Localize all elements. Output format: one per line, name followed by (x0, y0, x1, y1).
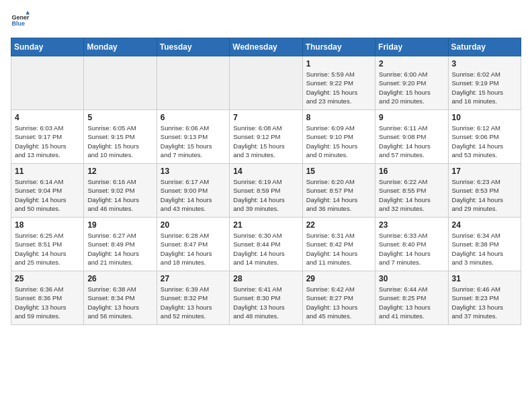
calendar-cell: 30Sunrise: 6:44 AM Sunset: 8:25 PM Dayli… (375, 271, 448, 325)
day-number: 5 (87, 113, 152, 122)
svg-marker-2 (26, 11, 30, 15)
day-info: Sunrise: 6:38 AM Sunset: 8:34 PM Dayligh… (87, 285, 152, 320)
calendar-cell: 27Sunrise: 6:39 AM Sunset: 8:32 PM Dayli… (157, 271, 229, 325)
calendar-cell: 31Sunrise: 6:46 AM Sunset: 8:23 PM Dayli… (448, 271, 521, 325)
day-number: 11 (15, 167, 80, 176)
day-number: 19 (87, 220, 152, 230)
calendar-cell: 4Sunrise: 6:03 AM Sunset: 9:17 PM Daylig… (11, 110, 84, 164)
day-number: 16 (379, 167, 444, 176)
calendar-cell: 17Sunrise: 6:23 AM Sunset: 8:53 PM Dayli… (448, 164, 521, 218)
day-info: Sunrise: 6:14 AM Sunset: 9:04 PM Dayligh… (15, 177, 80, 213)
day-number: 14 (233, 167, 298, 176)
calendar-cell: 28Sunrise: 6:41 AM Sunset: 8:30 PM Dayli… (230, 271, 302, 325)
day-info: Sunrise: 6:12 AM Sunset: 9:06 PM Dayligh… (452, 124, 517, 159)
week-row-5: 25Sunrise: 6:36 AM Sunset: 8:36 PM Dayli… (11, 271, 521, 325)
day-info: Sunrise: 6:17 AM Sunset: 9:00 PM Dayligh… (161, 177, 226, 213)
day-info: Sunrise: 6:39 AM Sunset: 8:32 PM Dayligh… (161, 285, 226, 320)
calendar-cell: 23Sunrise: 6:33 AM Sunset: 8:40 PM Dayli… (375, 218, 448, 271)
weekday-header-wednesday: Wednesday (230, 38, 302, 56)
calendar-cell: 22Sunrise: 6:31 AM Sunset: 8:42 PM Dayli… (302, 218, 375, 271)
day-number: 21 (233, 220, 298, 230)
week-row-3: 11Sunrise: 6:14 AM Sunset: 9:04 PM Dayli… (11, 164, 521, 218)
calendar-cell: 13Sunrise: 6:17 AM Sunset: 9:00 PM Dayli… (157, 164, 229, 218)
day-number: 18 (15, 220, 80, 230)
day-info: Sunrise: 6:46 AM Sunset: 8:23 PM Dayligh… (452, 285, 517, 320)
day-number: 25 (15, 274, 80, 283)
calendar-header: SundayMondayTuesdayWednesdayThursdayFrid… (11, 38, 521, 56)
weekday-header-sunday: Sunday (11, 38, 84, 56)
calendar-cell: 11Sunrise: 6:14 AM Sunset: 9:04 PM Dayli… (11, 164, 84, 218)
calendar-cell: 26Sunrise: 6:38 AM Sunset: 8:34 PM Dayli… (84, 271, 157, 325)
svg-text:General: General (11, 14, 30, 21)
calendar-cell: 1Sunrise: 5:59 AM Sunset: 9:22 PM Daylig… (302, 56, 375, 110)
calendar-cell: 3Sunrise: 6:02 AM Sunset: 9:19 PM Daylig… (448, 56, 521, 110)
calendar-cell: 18Sunrise: 6:25 AM Sunset: 8:51 PM Dayli… (11, 218, 84, 271)
calendar-cell: 25Sunrise: 6:36 AM Sunset: 8:36 PM Dayli… (11, 271, 84, 325)
page-header: General Blue (11, 11, 521, 30)
weekday-header-monday: Monday (84, 38, 157, 56)
day-info: Sunrise: 6:00 AM Sunset: 9:20 PM Dayligh… (379, 70, 444, 105)
day-number: 7 (233, 113, 298, 122)
day-info: Sunrise: 6:36 AM Sunset: 8:36 PM Dayligh… (15, 285, 80, 320)
week-row-2: 4Sunrise: 6:03 AM Sunset: 9:17 PM Daylig… (11, 110, 521, 164)
calendar-cell: 15Sunrise: 6:20 AM Sunset: 8:57 PM Dayli… (302, 164, 375, 218)
calendar-cell: 16Sunrise: 6:22 AM Sunset: 8:55 PM Dayli… (375, 164, 448, 218)
calendar-cell: 19Sunrise: 6:27 AM Sunset: 8:49 PM Dayli… (84, 218, 157, 271)
calendar-body: 1Sunrise: 5:59 AM Sunset: 9:22 PM Daylig… (11, 56, 521, 325)
calendar-cell: 29Sunrise: 6:42 AM Sunset: 8:27 PM Dayli… (302, 271, 375, 325)
day-info: Sunrise: 6:42 AM Sunset: 8:27 PM Dayligh… (306, 285, 371, 320)
weekday-header-friday: Friday (375, 38, 448, 56)
day-number: 9 (379, 113, 444, 122)
day-number: 1 (306, 59, 371, 68)
day-number: 23 (379, 220, 444, 230)
day-number: 26 (87, 274, 152, 283)
day-info: Sunrise: 6:25 AM Sunset: 8:51 PM Dayligh… (15, 231, 80, 267)
day-number: 8 (306, 113, 371, 122)
weekday-header-row: SundayMondayTuesdayWednesdayThursdayFrid… (11, 38, 521, 56)
calendar-cell (157, 56, 229, 110)
calendar-cell: 5Sunrise: 6:05 AM Sunset: 9:15 PM Daylig… (84, 110, 157, 164)
day-info: Sunrise: 6:41 AM Sunset: 8:30 PM Dayligh… (233, 285, 298, 320)
day-info: Sunrise: 6:19 AM Sunset: 8:59 PM Dayligh… (233, 177, 298, 213)
day-number: 29 (306, 274, 371, 283)
day-number: 20 (161, 220, 226, 230)
logo-icon: General Blue (11, 11, 30, 30)
day-info: Sunrise: 6:06 AM Sunset: 9:13 PM Dayligh… (161, 124, 226, 159)
calendar-cell (11, 56, 84, 110)
calendar-cell: 7Sunrise: 6:08 AM Sunset: 9:12 PM Daylig… (230, 110, 302, 164)
day-number: 31 (452, 274, 517, 283)
day-info: Sunrise: 6:34 AM Sunset: 8:38 PM Dayligh… (452, 231, 517, 267)
day-info: Sunrise: 6:11 AM Sunset: 9:08 PM Dayligh… (379, 124, 444, 159)
day-number: 6 (161, 113, 226, 122)
calendar-cell: 21Sunrise: 6:30 AM Sunset: 8:44 PM Dayli… (230, 218, 302, 271)
day-number: 27 (161, 274, 226, 283)
day-number: 10 (452, 113, 517, 122)
calendar-cell: 6Sunrise: 6:06 AM Sunset: 9:13 PM Daylig… (157, 110, 229, 164)
weekday-header-saturday: Saturday (448, 38, 521, 56)
week-row-1: 1Sunrise: 5:59 AM Sunset: 9:22 PM Daylig… (11, 56, 521, 110)
calendar-cell: 8Sunrise: 6:09 AM Sunset: 9:10 PM Daylig… (302, 110, 375, 164)
day-info: Sunrise: 6:31 AM Sunset: 8:42 PM Dayligh… (306, 231, 371, 267)
day-info: Sunrise: 6:33 AM Sunset: 8:40 PM Dayligh… (379, 231, 444, 267)
day-info: Sunrise: 6:23 AM Sunset: 8:53 PM Dayligh… (452, 177, 517, 213)
day-number: 28 (233, 274, 298, 283)
calendar-cell: 9Sunrise: 6:11 AM Sunset: 9:08 PM Daylig… (375, 110, 448, 164)
day-info: Sunrise: 6:22 AM Sunset: 8:55 PM Dayligh… (379, 177, 444, 213)
calendar-cell: 14Sunrise: 6:19 AM Sunset: 8:59 PM Dayli… (230, 164, 302, 218)
day-number: 4 (15, 113, 80, 122)
day-number: 2 (379, 59, 444, 68)
day-number: 15 (306, 167, 371, 176)
day-info: Sunrise: 6:16 AM Sunset: 9:02 PM Dayligh… (87, 177, 152, 213)
day-info: Sunrise: 6:30 AM Sunset: 8:44 PM Dayligh… (233, 231, 298, 267)
weekday-header-tuesday: Tuesday (157, 38, 229, 56)
day-number: 24 (452, 220, 517, 230)
day-number: 3 (452, 59, 517, 68)
day-number: 22 (306, 220, 371, 230)
day-number: 17 (452, 167, 517, 176)
day-info: Sunrise: 6:02 AM Sunset: 9:19 PM Dayligh… (452, 70, 517, 105)
calendar-cell: 24Sunrise: 6:34 AM Sunset: 8:38 PM Dayli… (448, 218, 521, 271)
calendar-cell (84, 56, 157, 110)
day-number: 13 (161, 167, 226, 176)
day-number: 30 (379, 274, 444, 283)
week-row-4: 18Sunrise: 6:25 AM Sunset: 8:51 PM Dayli… (11, 218, 521, 271)
